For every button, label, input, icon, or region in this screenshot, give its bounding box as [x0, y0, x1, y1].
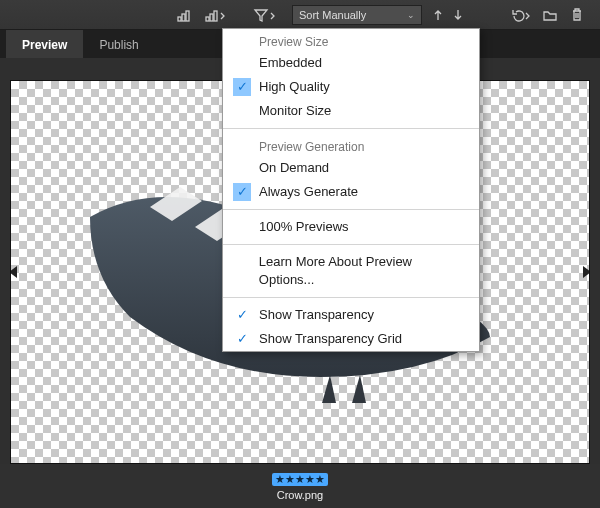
- sort-select-value: Sort Manually: [299, 9, 366, 21]
- check-icon: ✓: [233, 183, 251, 201]
- new-folder-button[interactable]: [538, 4, 562, 26]
- trash-button[interactable]: [566, 4, 588, 26]
- tab-preview[interactable]: Preview: [6, 30, 83, 58]
- menu-item-monitor-size[interactable]: Monitor Size: [223, 99, 479, 123]
- check-icon: [233, 54, 251, 72]
- filename-label: Crow.png: [272, 489, 328, 501]
- menu-item-always-generate[interactable]: ✓ Always Generate: [223, 180, 479, 204]
- menu-item-label: On Demand: [259, 159, 329, 177]
- svg-rect-3: [206, 17, 209, 21]
- menu-item-label: Show Transparency Grid: [259, 330, 402, 348]
- menu-item-learn-more[interactable]: Learn More About Preview Options...: [223, 250, 479, 292]
- sort-descending-button[interactable]: [450, 4, 466, 26]
- star-icon: ★★★★★: [275, 474, 325, 485]
- filter-button[interactable]: [248, 4, 280, 26]
- menu-item-label: Embedded: [259, 54, 322, 72]
- menu-item-label: Learn More About Preview Options...: [259, 253, 469, 289]
- sort-select[interactable]: Sort Manually ⌄: [292, 5, 422, 25]
- check-icon: [233, 262, 251, 280]
- svg-rect-2: [186, 11, 189, 21]
- rating-stars[interactable]: ★★★★★: [272, 473, 328, 486]
- check-icon: [233, 159, 251, 177]
- check-icon: ✓: [233, 78, 251, 96]
- menu-group-label: Preview Size: [223, 29, 479, 51]
- check-icon: [233, 102, 251, 120]
- grid-size-button-a[interactable]: [172, 4, 196, 26]
- tab-label: Publish: [99, 38, 138, 52]
- menu-item-label: Monitor Size: [259, 102, 331, 120]
- top-toolbar: Sort Manually ⌄: [0, 0, 600, 30]
- svg-rect-5: [214, 11, 217, 21]
- tab-publish[interactable]: Publish: [83, 30, 154, 58]
- menu-separator: [223, 297, 479, 298]
- menu-item-label: Always Generate: [259, 183, 358, 201]
- check-icon: [233, 218, 251, 236]
- footer: ★★★★★ Crow.png: [0, 464, 600, 508]
- rotate-button[interactable]: [506, 4, 534, 26]
- svg-rect-1: [182, 14, 185, 21]
- menu-separator: [223, 209, 479, 210]
- menu-item-high-quality[interactable]: ✓ High Quality: [223, 75, 479, 99]
- menu-item-embedded[interactable]: Embedded: [223, 51, 479, 75]
- menu-item-label: 100% Previews: [259, 218, 349, 236]
- menu-item-100pct-previews[interactable]: 100% Previews: [223, 215, 479, 239]
- sort-ascending-button[interactable]: [430, 4, 446, 26]
- menu-item-label: Show Transparency: [259, 306, 374, 324]
- menu-separator: [223, 128, 479, 129]
- menu-item-show-transparency-grid[interactable]: ✓ Show Transparency Grid: [223, 327, 479, 351]
- menu-separator: [223, 244, 479, 245]
- tab-label: Preview: [22, 38, 67, 52]
- check-icon: ✓: [233, 306, 251, 324]
- menu-item-label: High Quality: [259, 78, 330, 96]
- chevron-down-icon: ⌄: [407, 10, 415, 20]
- preview-options-menu: Preview Size Embedded ✓ High Quality Mon…: [222, 28, 480, 352]
- svg-rect-0: [178, 17, 181, 21]
- svg-rect-4: [210, 14, 213, 21]
- menu-item-on-demand[interactable]: On Demand: [223, 156, 479, 180]
- menu-group-label: Preview Generation: [223, 134, 479, 156]
- menu-item-show-transparency[interactable]: ✓ Show Transparency: [223, 303, 479, 327]
- check-icon: ✓: [233, 330, 251, 348]
- grid-size-button-b[interactable]: [200, 4, 230, 26]
